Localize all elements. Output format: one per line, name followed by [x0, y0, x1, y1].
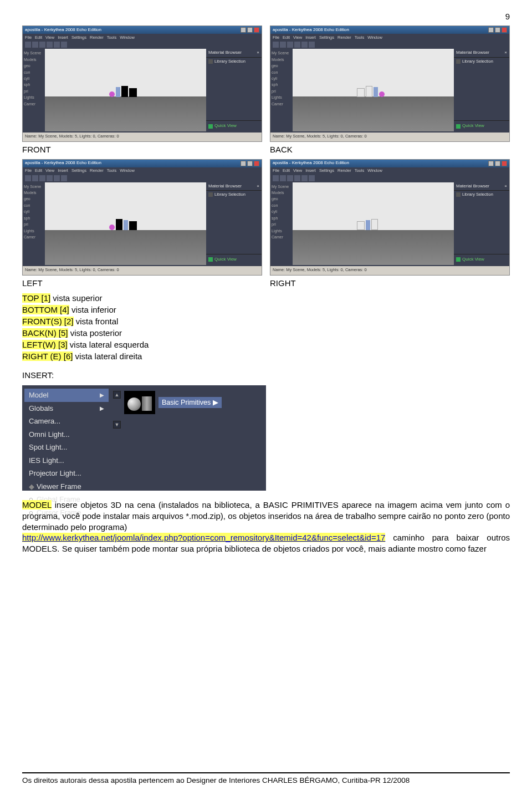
library-selection-label: Library Selection	[214, 59, 245, 64]
menu-item-viewer-frame: ◆Viewer Frame	[24, 480, 109, 493]
scroll-down-icon: ▼	[113, 421, 121, 429]
insert-menu: Model▶ Globals▶ Camera... Omni Light... …	[22, 385, 111, 491]
screenshot-front: apostila - Kerkythea 2008 Echo Edition F…	[22, 26, 262, 142]
view-right: RIGHT (E) [6]	[22, 351, 73, 361]
screenshot-back: apostila - Kerkythea 2008 Echo Edition F…	[270, 26, 510, 142]
min-icon	[241, 27, 246, 33]
screenshot-grid: apostila - Kerkythea 2008 Echo Edition F…	[22, 26, 510, 142]
label-left: LEFT	[22, 278, 262, 289]
view-top: TOP [1]	[22, 293, 50, 303]
menu-bar: FileEditViewInsertSettingsRenderToolsWin…	[23, 34, 262, 41]
insert-submenu: ▲ ▼ Basic Primitives▶	[111, 385, 249, 491]
quick-view-label: Quick View	[214, 123, 237, 129]
insert-header: INSERT:	[22, 370, 510, 381]
scroll-up-icon: ▲	[113, 391, 121, 399]
viewport	[45, 49, 206, 131]
window-title: apostila - Kerkythea 2008 Echo Edition	[25, 27, 101, 33]
primitives-thumb	[124, 391, 155, 414]
view-back: BACK(N) [5]	[22, 328, 68, 338]
max-icon	[247, 27, 253, 33]
right-panel: Material Browser× Library Selection Quic…	[206, 49, 262, 131]
label-front: FRONT	[22, 144, 262, 155]
view-front: FRONT(S) [2]	[22, 317, 74, 326]
model-highlight: MODEL	[22, 500, 52, 509]
menu-item-omni: Omni Light...	[24, 428, 109, 441]
views-list: TOP [1] vista superior BOTTOM [4] vista …	[22, 292, 510, 362]
menu-item-spot: Spot Light...	[24, 441, 109, 454]
screenshot-right: apostila - Kerkythea 2008 Echo Edition F…	[270, 159, 510, 276]
toolbar	[23, 41, 262, 49]
view-bottom: BOTTOM [4]	[22, 305, 69, 314]
menu-item-globals: Globals▶	[24, 402, 109, 415]
material-browser-label: Material Browser	[208, 50, 242, 56]
menu-item-model: Model▶	[24, 389, 109, 402]
label-back: BACK	[270, 144, 510, 155]
menu-item-projector: Projector Light...	[24, 467, 109, 480]
view-left: LEFT(W) [3]	[22, 340, 68, 349]
close-icon	[254, 27, 259, 33]
models-link[interactable]: http://www.kerkythea.net/joomla/index.ph…	[22, 533, 385, 542]
status-bar: Name: My Scene, Models: 5, Lights: 0, Ca…	[23, 133, 262, 141]
footer: Os direitos autorais dessa apostila pert…	[22, 772, 510, 786]
scene-tree: My SceneModelsgeoconcylisphpriLightsCame…	[23, 49, 45, 131]
menu-item-camera: Camera...	[24, 415, 109, 428]
screenshot-left: apostila - Kerkythea 2008 Echo Edition F…	[22, 159, 262, 276]
insert-menu-screenshot: Model▶ Globals▶ Camera... Omni Light... …	[22, 385, 266, 491]
body-paragraph: MODEL insere objetos 3D na cena (instala…	[22, 500, 510, 554]
label-right: RIGHT	[270, 278, 510, 289]
menu-item-ies: IES Light...	[24, 454, 109, 467]
page-number: 9	[22, 11, 510, 22]
basic-primitives-label: Basic Primitives▶	[158, 397, 222, 409]
